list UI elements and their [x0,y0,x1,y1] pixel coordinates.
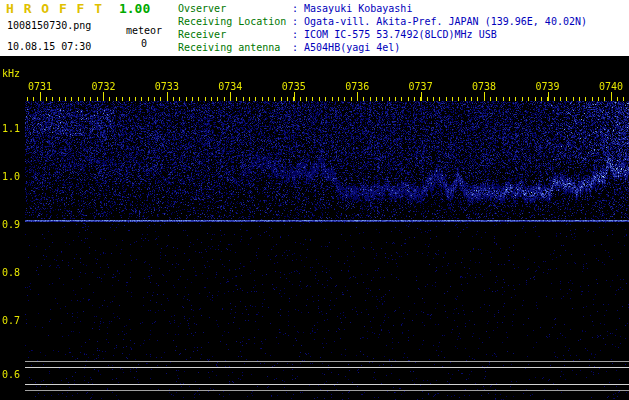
info-row-antenna: Receiving antenna: A504HB(yagi 4el) [178,41,587,54]
level-baseline [25,384,629,385]
freq-tick-label: 0.9 [2,219,22,230]
meteor-counter-value: 0 [122,38,166,49]
station-info: Ovserver: Masayuki Kobayashi Receiving L… [178,2,587,54]
spectrogram-plot: kHz 1.1 1.0 0.9 0.8 0.7 0.6 0731 0732 07… [0,56,629,400]
info-value: : ICOM IC-575 53.7492(8LCD)MHz USB [292,29,497,40]
spectrogram-canvas [0,56,629,400]
level-baseline [25,361,629,362]
output-filename: 1008150730.png [7,20,91,31]
info-label: Receiving antenna [178,41,292,54]
info-row-receiver: Receiver: ICOM IC-575 53.7492(8LCD)MHz U… [178,28,587,41]
freq-tick-label: 0.8 [2,267,22,278]
info-label: Receiver [178,28,292,41]
time-tick-marks [0,56,629,106]
app-title: H R O F F T [6,1,103,16]
hrofft-screen: H R O F F T 1.00 1008150730.png meteor 0… [0,0,629,400]
info-value: : A504HB(yagi 4el) [292,42,400,53]
app-logo: H R O F F T 1.00 [6,1,150,16]
info-row-observer: Ovserver: Masayuki Kobayashi [178,2,587,15]
info-value: : Masayuki Kobayashi [292,3,412,14]
info-value: : Ogata-vill. Akita-Pref. JAPAN (139.96E… [292,16,587,27]
info-label: Ovserver [178,2,292,15]
freq-tick-label: 1.0 [2,171,22,182]
freq-tick-label: 0.7 [2,315,22,326]
meteor-counter-label: meteor [122,25,166,36]
info-row-location: Receiving Location: Ogata-vill. Akita-Pr… [178,15,587,28]
header-bar: H R O F F T 1.00 1008150730.png meteor 0… [0,0,629,56]
freq-tick-label: 1.1 [2,123,22,134]
record-timestamp: 10.08.15 07:30 [7,41,91,52]
freq-tick-label: 0.6 [2,369,22,380]
app-version: 1.00 [119,1,150,16]
info-label: Receiving Location [178,15,292,28]
level-baseline [25,390,629,391]
level-baseline [25,367,629,368]
